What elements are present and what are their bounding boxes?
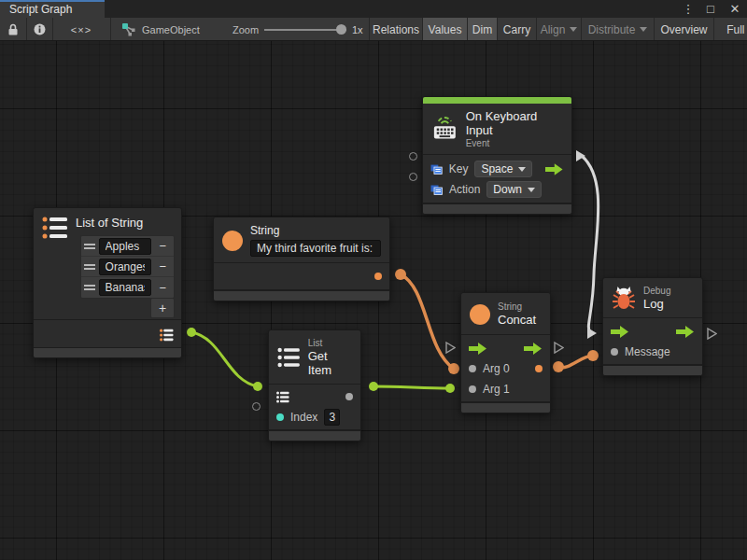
dim-button[interactable]: Dim	[467, 18, 497, 41]
log-exec-out-triangle[interactable]	[707, 328, 717, 340]
node-footer	[269, 430, 360, 441]
toolbar-separator	[110, 18, 111, 41]
exec-wire-start-triangle[interactable]	[575, 149, 586, 162]
carry-button[interactable]: Carry	[497, 18, 536, 41]
exec-wire-end-triangle[interactable]	[586, 327, 598, 340]
node-footer	[423, 203, 571, 214]
message-label: Message	[625, 345, 670, 358]
node-title: Log	[643, 297, 670, 311]
action-dropdown[interactable]: Down	[486, 181, 542, 198]
node-title: String	[250, 224, 381, 237]
list-item-row: −	[81, 277, 174, 298]
node-footer	[34, 347, 181, 357]
list-icon	[42, 216, 68, 240]
index-value-input[interactable]	[324, 409, 340, 426]
item-output-port[interactable]	[345, 393, 353, 400]
overview-button[interactable]: Overview	[654, 18, 713, 41]
chevron-down-icon	[570, 27, 577, 32]
action-port-label: Action	[449, 183, 480, 196]
keyboard-unconnected-port[interactable]	[409, 173, 417, 181]
align-button[interactable]: Align	[536, 18, 581, 41]
key-dropdown[interactable]: Space	[474, 161, 532, 177]
graph-canvas[interactable]: On Keyboard Input Event Key Space	[0, 41, 747, 560]
chevron-down-icon	[528, 188, 535, 192]
fullscreen-button[interactable]: Full Screen	[713, 18, 747, 41]
values-button[interactable]: Values	[422, 18, 467, 41]
relations-button[interactable]: Relations	[369, 18, 422, 41]
tab-script-graph[interactable]: Script Graph	[0, 0, 105, 18]
info-button[interactable]	[26, 18, 52, 41]
script-graph-window: Script Graph ⋮ □ ✕ <×>	[0, 0, 747, 560]
lock-button[interactable]	[0, 18, 26, 41]
node-footer	[461, 402, 550, 413]
remove-item-button[interactable]: −	[155, 239, 171, 253]
zoom-slider-handle[interactable]	[336, 24, 346, 35]
wire-endpoint	[448, 363, 459, 374]
gameobject-target[interactable]: GameObject	[142, 18, 200, 41]
drag-handle-icon[interactable]	[84, 244, 95, 249]
wire-endpoint	[395, 269, 406, 280]
wire-endpoint	[445, 384, 455, 393]
code-icon: <×>	[71, 24, 92, 35]
index-input-port[interactable]	[276, 413, 284, 421]
remove-item-button[interactable]: −	[155, 281, 171, 295]
remove-item-button[interactable]: −	[155, 259, 171, 273]
exec-output-port[interactable]	[524, 343, 543, 355]
string-output-port[interactable]	[374, 273, 382, 280]
distribute-button[interactable]: Distribute	[581, 18, 654, 41]
list-item-row: −	[81, 236, 174, 257]
node-concat[interactable]: String Concat Arg 0	[460, 292, 551, 413]
node-string-literal[interactable]: String	[213, 217, 390, 301]
zoom-label: Zoom	[233, 18, 259, 41]
wire-string-to-concat	[401, 274, 454, 369]
result-output-port[interactable]	[535, 365, 543, 372]
concat-exec-out-triangle[interactable]	[554, 342, 564, 354]
node-footer	[603, 365, 702, 375]
string-value-input[interactable]	[250, 240, 381, 257]
window-menu-icon[interactable]: ⋮	[678, 1, 698, 17]
chevron-down-icon	[518, 167, 526, 172]
bug-icon	[612, 286, 636, 311]
node-category: List	[308, 338, 352, 348]
keyboard-unconnected-port[interactable]	[409, 152, 417, 161]
node-title: List of String	[76, 216, 143, 230]
arg1-input-port[interactable]	[469, 385, 476, 393]
window-close-icon[interactable]: ✕	[725, 1, 745, 17]
key-port-label: Key	[449, 162, 469, 175]
chevron-down-icon	[640, 27, 647, 32]
list-item-input[interactable]	[99, 238, 151, 255]
node-get-item[interactable]: List Get Item Index	[268, 329, 361, 441]
list-item-input[interactable]	[99, 259, 151, 275]
wire-getitem-to-concat	[374, 386, 450, 388]
code-view-button[interactable]: <×>	[52, 18, 110, 41]
zoom-slider-track[interactable]	[264, 29, 346, 31]
drag-handle-icon[interactable]	[84, 285, 95, 290]
event-accent-bar	[423, 97, 571, 104]
wire-concat-to-log	[558, 356, 593, 368]
node-on-keyboard-input[interactable]: On Keyboard Input Event Key Space	[422, 96, 572, 215]
node-log[interactable]: Debug Log Message	[602, 277, 703, 376]
list-item-input[interactable]	[99, 279, 151, 296]
exec-input-port[interactable]	[469, 343, 487, 355]
graph-asset-icon	[120, 18, 138, 41]
string-type-icon	[470, 304, 490, 325]
list-input-port[interactable]	[276, 391, 289, 403]
exec-output-port[interactable]	[676, 326, 695, 338]
index-label: Index	[290, 411, 317, 424]
list-item-row: −	[81, 257, 174, 277]
zoom-value: 1x	[352, 18, 363, 41]
arg0-input-port[interactable]	[469, 365, 476, 372]
window-maximize-icon[interactable]: □	[700, 1, 721, 17]
add-item-button[interactable]: +	[150, 298, 175, 318]
node-list-of-string[interactable]: List of String − − − +	[33, 207, 182, 358]
message-input-port[interactable]	[611, 348, 618, 356]
info-icon	[34, 23, 46, 35]
drag-handle-icon[interactable]	[84, 264, 95, 270]
exec-output-port[interactable]	[545, 163, 564, 175]
list-output-port[interactable]	[160, 329, 174, 342]
wire-endpoint	[369, 382, 378, 391]
getitem-unconnected-port[interactable]	[252, 402, 261, 411]
exec-input-port[interactable]	[611, 326, 629, 338]
concat-exec-in-triangle[interactable]	[445, 342, 456, 354]
node-category: Debug	[643, 286, 670, 296]
